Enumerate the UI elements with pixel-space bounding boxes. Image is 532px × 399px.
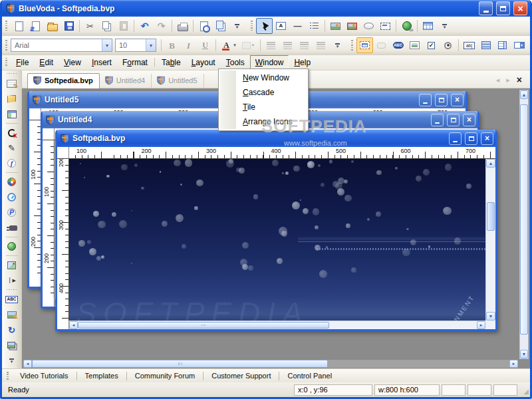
toolbar-options-icon[interactable]: [229, 18, 245, 34]
fieldset-icon[interactable]: [373, 37, 390, 53]
toolbar-options-icon[interactable]: [527, 37, 532, 53]
scroll-up-icon[interactable]: ▲: [486, 159, 495, 168]
align-center-icon[interactable]: [279, 37, 296, 53]
align-justify-icon[interactable]: [313, 37, 329, 53]
scroll-left-icon[interactable]: ◂: [23, 360, 32, 368]
print-icon[interactable]: [174, 18, 191, 34]
menu-item-tile[interactable]: Tile: [220, 100, 307, 114]
font-color-icon[interactable]: [218, 37, 238, 53]
design-canvas[interactable]: SOFTPEDIA WEB ENTERTAINMENT: [69, 159, 485, 321]
vertical-scrollbar[interactable]: ▲▼: [485, 159, 495, 321]
tab-close-icon[interactable]: ×: [517, 74, 522, 85]
font-name-combobox[interactable]: Arial ▼: [11, 39, 112, 52]
image-button-icon[interactable]: [406, 37, 423, 53]
align-left-icon[interactable]: [263, 37, 279, 53]
link-control-panel[interactable]: Control Panel: [279, 370, 340, 381]
bullet-list-icon[interactable]: [306, 18, 323, 34]
print-preview-icon[interactable]: [196, 18, 212, 34]
open-icon[interactable]: [44, 18, 61, 34]
link-customer-support[interactable]: Customer Support: [203, 370, 279, 381]
close-button[interactable]: ×: [451, 94, 464, 106]
combo-box-icon[interactable]: [511, 37, 527, 53]
menu-table[interactable]: Table: [156, 55, 186, 70]
menu-insert[interactable]: Insert: [86, 55, 117, 70]
text-field-icon[interactable]: [461, 37, 477, 53]
align-right-icon[interactable]: [296, 37, 313, 53]
media-player-icon[interactable]: [4, 174, 20, 190]
close-button[interactable]: ×: [463, 114, 475, 126]
menu-view[interactable]: View: [59, 55, 86, 70]
menu-file[interactable]: File: [11, 55, 34, 70]
form-icon[interactable]: [356, 37, 373, 53]
minimize-button[interactable]: [479, 1, 493, 15]
chevron-down-icon[interactable]: ▼: [102, 39, 112, 51]
highlight-color-icon[interactable]: [238, 37, 258, 53]
workspace-vertical-scrollbar[interactable]: ▲▼: [519, 90, 529, 359]
scroll-up-icon[interactable]: ▲: [520, 90, 528, 99]
abc-button-icon[interactable]: [390, 37, 406, 53]
horizontal-scrollbar[interactable]: ◂▸: [69, 321, 485, 329]
bold-icon[interactable]: B: [164, 37, 180, 53]
gallery-icon[interactable]: [4, 338, 20, 353]
flash-icon[interactable]: [4, 156, 20, 171]
menu-layout[interactable]: Layout: [186, 55, 221, 70]
menu-format[interactable]: Format: [117, 55, 153, 70]
scroll-left-icon[interactable]: ◂: [69, 321, 78, 329]
scrollbar-thumb[interactable]: [32, 360, 328, 368]
toolbar-options-icon[interactable]: [4, 353, 20, 368]
globe-online-icon[interactable]: [4, 239, 20, 254]
undo-icon[interactable]: ↶: [136, 18, 153, 34]
page-layout-icon[interactable]: [4, 106, 20, 122]
select-arrow-icon[interactable]: [256, 18, 273, 34]
font-size-combobox[interactable]: 10 ▼: [115, 39, 156, 52]
minimize-button[interactable]: [431, 114, 444, 126]
scrollbar-thumb[interactable]: [487, 202, 495, 231]
toolbar-grip[interactable]: [7, 372, 9, 380]
maximize-button[interactable]: [465, 132, 477, 145]
spell-check-icon[interactable]: [4, 292, 20, 307]
menu-edit[interactable]: Edit: [34, 55, 59, 70]
tab-softpedia-bvp[interactable]: Softpedia.bvp: [27, 73, 100, 88]
new-page-icon[interactable]: [11, 18, 27, 34]
tab-untitled5[interactable]: Untitled5: [152, 74, 203, 88]
maximize-button[interactable]: [435, 94, 448, 106]
scroll-down-icon[interactable]: ▼: [520, 350, 528, 358]
open-template-icon[interactable]: [27, 18, 44, 34]
underline-icon[interactable]: U: [197, 37, 213, 53]
activex-icon[interactable]: [4, 125, 20, 140]
text-box-icon[interactable]: [273, 18, 289, 34]
page-edit-icon[interactable]: [4, 76, 20, 91]
minimize-button[interactable]: [449, 132, 462, 145]
close-button[interactable]: ×: [513, 1, 527, 15]
hyperlink-icon[interactable]: [398, 18, 415, 34]
child-title-bar[interactable]: Softpedia.bvp ×: [57, 130, 495, 147]
form-area-icon[interactable]: [377, 18, 394, 34]
button-grid-icon[interactable]: [477, 37, 494, 53]
toolbar-options-icon[interactable]: [329, 37, 346, 53]
workspace-horizontal-scrollbar[interactable]: ◂▸: [23, 360, 518, 368]
menu-item-arrange-icons[interactable]: Arrange Icons: [220, 114, 307, 129]
scroll-down-icon[interactable]: ▼: [486, 312, 495, 321]
list-box-icon[interactable]: [494, 37, 511, 53]
menu-item-cascade[interactable]: Cascade: [220, 85, 307, 100]
image-icon[interactable]: [327, 18, 344, 34]
cut-icon[interactable]: ✂: [82, 18, 98, 34]
scroll-right-icon[interactable]: ▸: [509, 360, 518, 368]
copy-icon[interactable]: [98, 18, 115, 34]
toolbar-grip[interactable]: [5, 58, 7, 67]
tab-untitled4[interactable]: Untitled4: [100, 74, 152, 88]
maximize-button[interactable]: [496, 1, 510, 15]
plugin-icon[interactable]: [4, 220, 20, 235]
toolbar-grip[interactable]: [7, 73, 17, 74]
minimize-button[interactable]: [419, 94, 432, 106]
tab-scroll-right-icon[interactable]: ▸: [506, 76, 510, 84]
scrollbar-thumb[interactable]: [520, 104, 528, 335]
toolbar-options-icon[interactable]: [436, 18, 453, 34]
image-map-icon[interactable]: [344, 18, 360, 34]
draw-pen-icon[interactable]: ✎: [4, 140, 20, 156]
menu-tools[interactable]: Tools: [221, 55, 250, 70]
toolbar-grip[interactable]: [5, 40, 7, 51]
link-templates[interactable]: Templates: [77, 370, 126, 381]
refresh-images-icon[interactable]: ↻: [4, 323, 20, 338]
real-player-icon[interactable]: [4, 205, 20, 220]
